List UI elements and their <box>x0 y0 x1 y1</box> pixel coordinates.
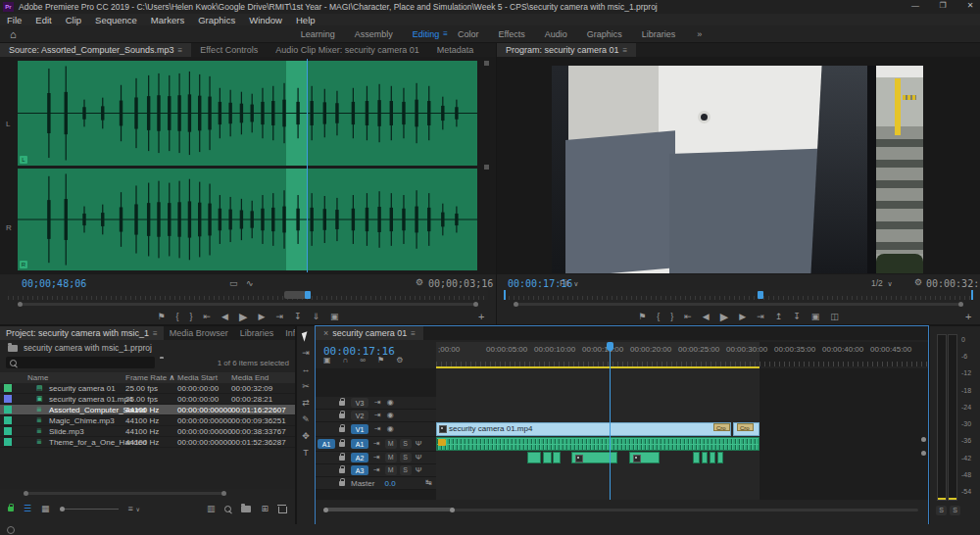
track-header-master[interactable]: Master 0.0 ↹ <box>316 477 436 490</box>
master-nav-icon[interactable]: ↹ <box>425 479 432 487</box>
source-patch-a1[interactable]: A1 <box>318 439 335 449</box>
clip-audio-a2[interactable] <box>717 452 723 463</box>
workspace-tab-libraries[interactable]: Libraries <box>632 29 686 39</box>
workspace-tab-effects[interactable]: Effects <box>488 29 534 39</box>
clip-video-main[interactable]: security camera 01.mp4 Cro <box>436 422 731 436</box>
zoom-slider[interactable] <box>60 509 119 510</box>
menu-file[interactable]: File <box>0 15 28 25</box>
clip-audio-a2[interactable] <box>702 452 708 463</box>
panel-menu-icon[interactable]: ≡ <box>153 329 158 338</box>
project-item-row[interactable]: ≣Magic_Chime.mp344100 Hz00:00:00:0000000… <box>0 415 295 426</box>
list-view-icon[interactable]: ☰ <box>24 504 31 513</box>
label-color-chip[interactable] <box>4 427 12 435</box>
tab-project[interactable]: Project: security camera with msic_1 ≡ <box>0 326 164 340</box>
track-header-v1[interactable]: V1 ⇥ ◉ <box>316 422 436 437</box>
item-name[interactable]: Magic_Chime.mp3 <box>49 416 115 425</box>
toggle-track-output-icon[interactable]: ◉ <box>387 425 394 433</box>
go-to-out-icon[interactable]: ⇥ <box>275 313 283 321</box>
clip-video-tail[interactable]: Cro <box>733 422 760 436</box>
close-button[interactable]: ✕ <box>960 1 980 10</box>
timeline-horizontal-scrollbar[interactable] <box>316 507 928 512</box>
step-forward-icon[interactable]: ▶ <box>739 313 746 321</box>
program-video-area[interactable] <box>497 57 980 274</box>
play-button[interactable]: ▶ <box>720 312 728 322</box>
mark-in-icon[interactable]: { <box>176 313 179 321</box>
timeline-settings-icon[interactable]: ⚙ <box>396 357 403 365</box>
nest-toggle-icon[interactable]: ▣ <box>323 357 331 365</box>
drag-audio-icon[interactable]: ∿ <box>246 279 254 288</box>
transition-cross-dissolve[interactable]: Cro <box>713 423 730 431</box>
project-item-row[interactable]: ≣Theme_for_a_One_Handed44100 Hz00:00:00:… <box>0 437 295 448</box>
workspace-tab-graphics[interactable]: Graphics <box>577 29 632 39</box>
project-scrollbar[interactable] <box>0 491 295 496</box>
tab-libraries[interactable]: Libraries <box>234 326 280 340</box>
timeline-tracks-area[interactable]: V3 ⇥ ◉ V2 ⇥ ◉ V1 ⇥ ◉ A1 A1 ⇥ M <box>316 368 928 500</box>
lock-icon[interactable] <box>339 427 345 432</box>
column-media-start[interactable]: Media Start <box>177 373 218 382</box>
toggle-track-output-icon[interactable]: ◉ <box>387 412 394 419</box>
voiceover-record-icon[interactable]: Ψ <box>416 440 422 448</box>
source-view-box[interactable] <box>284 291 306 299</box>
master-level-value[interactable]: 0.0 <box>384 479 395 488</box>
timeline-ruler[interactable]: ;00:00 00:00:05:00 00:00:10:00 00:00:15:… <box>436 342 928 366</box>
step-forward-icon[interactable]: ▶ <box>258 313 265 321</box>
track-v2-box[interactable]: V2 <box>351 411 368 420</box>
slip-tool[interactable]: ⇄ <box>302 399 310 408</box>
timeline-playhead-head[interactable] <box>607 342 613 351</box>
new-item-icon[interactable]: ⊞ <box>261 505 269 513</box>
lock-icon[interactable] <box>339 456 345 461</box>
extract-icon[interactable]: ↧ <box>793 313 801 321</box>
panel-menu-icon[interactable]: ≡ <box>178 46 183 55</box>
tab-sequence[interactable]: × security camera 01 ≡ <box>316 326 423 340</box>
source-vertical-scrollbar[interactable] <box>484 165 489 170</box>
track-insert-icon[interactable]: ⇥ <box>374 399 381 407</box>
track-a2-box[interactable]: A2 <box>351 453 368 462</box>
label-color-chip[interactable] <box>4 438 12 446</box>
mute-button[interactable]: M <box>385 453 397 462</box>
workspace-tab-learning[interactable]: Learning <box>291 29 345 39</box>
go-to-out-icon[interactable]: ⇥ <box>757 313 764 321</box>
project-item-row[interactable]: ▣security camera 01.mp425.00 fps00:00:00… <box>0 394 295 405</box>
search-input[interactable] <box>6 357 155 368</box>
source-mini-ruler[interactable] <box>8 290 488 300</box>
voiceover-record-icon[interactable]: Ψ <box>416 454 422 462</box>
clip-audio-a2[interactable] <box>543 452 552 463</box>
track-insert-icon[interactable]: ⇥ <box>373 466 380 474</box>
workspace-tab-color[interactable]: Color <box>448 29 489 39</box>
clip-audio-a2[interactable] <box>527 452 541 463</box>
go-to-in-icon[interactable]: ⇤ <box>204 313 212 321</box>
menu-clip[interactable]: Clip <box>59 15 88 25</box>
hand-tool[interactable]: ✥ <box>302 432 310 441</box>
clip-audio-a2[interactable] <box>629 452 660 463</box>
settings-wrench-icon[interactable]: ⚙ <box>914 278 922 287</box>
step-back-icon[interactable]: ◀ <box>703 313 710 321</box>
clip-audio-a2[interactable] <box>693 452 700 463</box>
razor-tool[interactable]: ✂ <box>302 382 310 391</box>
track-insert-icon[interactable]: ⇥ <box>373 454 380 462</box>
solo-button[interactable]: S <box>400 465 412 475</box>
timeline-playhead-line[interactable] <box>610 342 611 500</box>
column-media-end[interactable]: Media End <box>231 373 269 382</box>
voiceover-record-icon[interactable]: Ψ <box>416 466 422 474</box>
track-insert-icon[interactable]: ⇥ <box>374 425 381 433</box>
lock-icon[interactable] <box>339 442 345 447</box>
go-to-in-icon[interactable]: ⇤ <box>684 313 692 321</box>
workspace-tab-editing[interactable]: Editing <box>403 29 444 39</box>
track-a1-box[interactable]: A1 <box>351 439 368 449</box>
solo-button[interactable]: S <box>400 453 412 462</box>
panel-menu-icon[interactable]: ≡ <box>623 46 628 55</box>
lift-icon[interactable]: ↥ <box>775 313 783 321</box>
track-header-v2[interactable]: V2 ⇥ ◉ <box>316 410 436 422</box>
label-color-chip[interactable] <box>4 416 12 424</box>
source-waveform-area[interactable]: L R L R <box>0 57 496 274</box>
button-editor-plus-icon[interactable]: + <box>965 312 971 322</box>
program-mini-ruler[interactable] <box>504 290 973 300</box>
type-tool[interactable]: T <box>303 449 309 458</box>
project-item-row[interactable]: ≣Slide.mp344100 Hz00:00:00:0000000:00:38… <box>0 426 295 437</box>
home-icon[interactable]: ⌂ <box>0 28 26 40</box>
item-name[interactable]: security camera 01.mp4 <box>49 395 132 404</box>
source-position-timecode[interactable]: 00;00;48;06 <box>22 278 86 289</box>
add-marker-icon[interactable]: ⚑ <box>157 313 165 321</box>
tab-effect-controls[interactable]: Effect Controls <box>191 43 267 57</box>
program-ruler-playhead[interactable] <box>758 291 763 299</box>
